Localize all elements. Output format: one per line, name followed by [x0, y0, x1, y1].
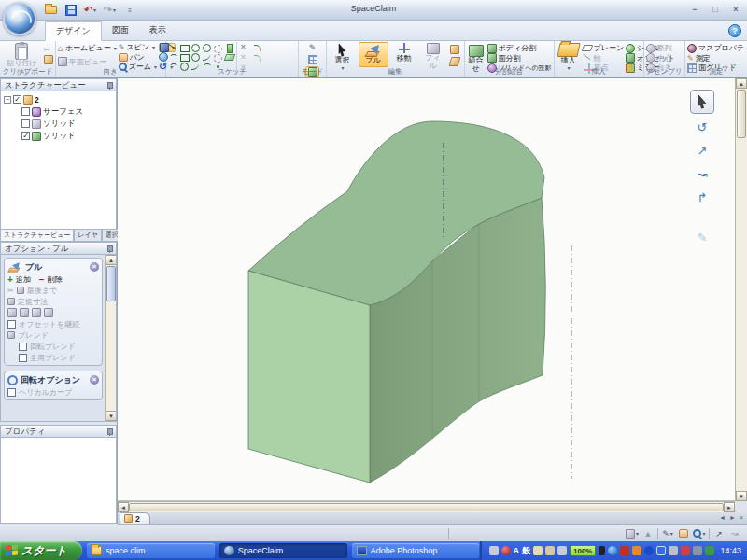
pull-sweep-icon[interactable]	[32, 308, 41, 317]
tree-row-root[interactable]: − ✓ 2	[1, 93, 116, 105]
taskbar-item-spaceclaim[interactable]: SpaceClaim	[219, 543, 347, 558]
tab-display[interactable]: 表示	[139, 21, 176, 40]
sketch-mode-button[interactable]: ✎	[305, 42, 319, 53]
spin-button[interactable]: ✎スピン▾	[119, 43, 157, 52]
previous-view-button[interactable]: ↝	[728, 527, 741, 539]
replace-face-button[interactable]	[448, 44, 462, 55]
pull-both-icon[interactable]	[7, 308, 17, 317]
helical-checkbox[interactable]	[7, 388, 16, 397]
add-option[interactable]: 追加	[16, 274, 31, 285]
tab-close-icon[interactable]: ×	[740, 514, 743, 521]
mass-properties-button[interactable]: マスプロパティ	[687, 44, 747, 53]
spin-status-button[interactable]: ✎▾	[661, 527, 674, 539]
power-plug-icon[interactable]	[599, 546, 605, 555]
display-icon[interactable]	[669, 546, 678, 555]
restore-button[interactable]: □	[709, 4, 722, 14]
split-curve-icon[interactable]	[239, 53, 249, 63]
model-canvas[interactable]: ↺ ↗ ↝ ↱ ✎	[118, 78, 735, 501]
chamfer-corner-icon[interactable]	[252, 53, 262, 63]
safely-remove-icon[interactable]	[705, 546, 714, 555]
offline-network-icon[interactable]	[681, 546, 690, 555]
plan-view-button[interactable]: 平面ビュー	[58, 58, 117, 67]
ellipse-icon[interactable]	[190, 52, 201, 62]
tab-left-icon[interactable]: ◄	[719, 514, 726, 521]
center-button[interactable]: 中心	[646, 54, 672, 63]
construction-line-icon[interactable]	[213, 52, 223, 62]
solid2-checkbox[interactable]: ✓	[21, 132, 30, 140]
copy-button[interactable]	[44, 56, 53, 65]
solid1-checkbox[interactable]	[21, 119, 30, 128]
pull-tool-button[interactable]: ↗	[692, 140, 712, 161]
root-checkbox[interactable]: ✓	[13, 95, 21, 104]
scroll-up-icon[interactable]: ▲	[736, 78, 747, 89]
network-icon[interactable]	[656, 546, 666, 555]
customize-qat-button[interactable]: ≡	[121, 3, 137, 17]
select-tool-button[interactable]	[690, 90, 714, 114]
circle-icon[interactable]	[190, 43, 201, 52]
tree-row-solid-1[interactable]: ソリッド	[1, 118, 116, 130]
scroll-down-icon[interactable]: ▼	[736, 491, 747, 501]
scrollbar-thumb[interactable]	[737, 90, 746, 138]
construction-circle-icon[interactable]	[213, 43, 223, 52]
undo-button[interactable]: ↶▾	[82, 3, 98, 17]
ime-dictionary-icon[interactable]	[545, 546, 555, 555]
spin-tool-button[interactable]: ↺	[692, 117, 712, 137]
ime-input-mode[interactable]: A	[514, 546, 520, 555]
spline-icon[interactable]	[202, 52, 212, 62]
taskbar-item-photoshop[interactable]: Adobe Photoshop	[352, 543, 480, 558]
cut-button[interactable]: ✂	[44, 46, 53, 55]
scroll-right-icon[interactable]: ►	[724, 502, 735, 512]
hide-icons-icon[interactable]	[608, 546, 617, 555]
options-scrollbar[interactable]: ▲ ▼	[105, 255, 116, 421]
vertical-scrollbar[interactable]: ▲ ▼	[735, 78, 747, 501]
ruler-row[interactable]: 定規寸法	[7, 296, 99, 307]
open-button[interactable]	[43, 3, 59, 17]
trim-icon[interactable]	[239, 43, 249, 52]
tangent-arc-icon[interactable]	[168, 52, 178, 62]
continue-offset-checkbox[interactable]	[7, 320, 16, 329]
start-button[interactable]: スタート	[0, 541, 82, 560]
tab-right-icon[interactable]: ►	[729, 514, 736, 521]
ime-help-icon[interactable]	[557, 546, 567, 555]
horizontal-scrollbar[interactable]: ◄ ►	[118, 501, 735, 512]
blend-row[interactable]: ブレンド	[7, 329, 99, 341]
help-button[interactable]: ?	[728, 24, 741, 37]
sketch-fill-icon[interactable]	[224, 52, 234, 62]
view-snapshot-button[interactable]: ▾	[626, 527, 639, 539]
collapse-icon[interactable]: −	[4, 96, 11, 104]
plane-button[interactable]: プレーン	[583, 44, 625, 53]
continue-offset-row[interactable]: オフセットを継続	[7, 318, 99, 329]
rotate-blend-row[interactable]: 回転ブレンド	[7, 341, 99, 352]
pan-status-button[interactable]	[677, 527, 690, 539]
rectangle-icon[interactable]	[179, 43, 190, 52]
update-tray-icon[interactable]	[632, 546, 641, 555]
redo-button[interactable]: ↷▾	[102, 3, 118, 17]
document-tab[interactable]: 2	[120, 512, 150, 524]
pan-button[interactable]: パン	[119, 53, 157, 63]
line-icon[interactable]	[168, 43, 178, 52]
tree-row-surface[interactable]: サーフェス	[1, 105, 116, 118]
surface-checkbox[interactable]	[21, 107, 30, 116]
full-blend-row[interactable]: 全周ブレンド	[7, 352, 99, 363]
scroll-up-icon[interactable]: ▲	[106, 255, 117, 265]
save-button[interactable]	[63, 3, 78, 17]
split-face-button[interactable]: 面分割	[487, 54, 552, 63]
scroll-down-icon[interactable]: ▼	[106, 411, 117, 421]
bend-tool-button[interactable]: ↝	[692, 163, 712, 184]
taskbar-item-folder[interactable]: space clim	[87, 543, 215, 558]
section-mode-button[interactable]	[305, 54, 319, 65]
minimize-lang-icon[interactable]	[489, 546, 499, 555]
ime-pad-icon[interactable]	[533, 546, 543, 555]
helical-row[interactable]: ヘリカルカーブ	[7, 386, 99, 398]
cylinder-icon[interactable]	[224, 43, 234, 52]
graphics-tray-icon[interactable]	[620, 546, 629, 555]
close-card-icon[interactable]: ×	[90, 375, 99, 385]
upto-view-button[interactable]: ▲	[641, 527, 655, 539]
minimize-button[interactable]: −	[688, 4, 701, 14]
fillet-corner-icon[interactable]	[252, 43, 262, 52]
pull-draft-icon[interactable]	[20, 308, 29, 317]
zoom-extents-button[interactable]: ↗	[712, 527, 726, 539]
scrollbar-thumb[interactable]	[129, 503, 724, 511]
taskbar-clock[interactable]: 14:43	[720, 546, 741, 555]
face-edit-button[interactable]	[448, 56, 462, 67]
